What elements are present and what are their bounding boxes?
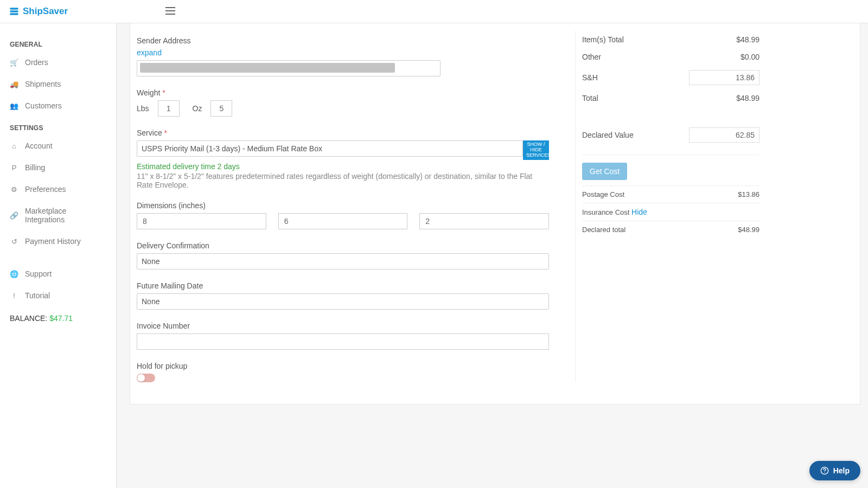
sidebar-item-customers[interactable]: 👥Customers bbox=[0, 95, 116, 117]
users-icon: 👥 bbox=[10, 102, 18, 110]
globe-icon: 🌐 bbox=[10, 270, 18, 278]
oz-label: Oz bbox=[193, 104, 202, 113]
delivery-confirmation-select[interactable]: None bbox=[137, 253, 549, 269]
sidebar-item-payment-history[interactable]: ↺Payment History bbox=[0, 230, 116, 252]
sidebar-item-label: Tutorial bbox=[25, 291, 50, 300]
total-label: Total bbox=[582, 94, 598, 102]
dimensions-label: Dimensions (inches) bbox=[137, 201, 549, 210]
sliders-icon: ⚙ bbox=[10, 185, 18, 194]
total-value: $48.99 bbox=[736, 94, 760, 102]
truck-icon: 🚚 bbox=[10, 80, 18, 88]
other-value: $0.00 bbox=[741, 53, 760, 61]
sidebar-item-label: Customers bbox=[25, 101, 62, 110]
other-label: Other bbox=[582, 53, 601, 61]
summary-panel: Item(s) Total$48.99 Other$0.00 S&H $ Tot… bbox=[575, 31, 760, 382]
sidebar-item-label: Shipments bbox=[25, 80, 61, 88]
link-icon: 🔗 bbox=[10, 211, 18, 220]
sidebar-item-integrations[interactable]: 🔗Marketplace Integrations bbox=[0, 200, 116, 230]
sender-address-label: Sender Address bbox=[137, 36, 549, 45]
sidebar-item-label: Account bbox=[25, 142, 53, 150]
balance-amount: $47.71 bbox=[49, 314, 73, 323]
logo-icon bbox=[9, 6, 20, 17]
sidebar-section-settings: SETTINGS bbox=[0, 121, 116, 135]
history-icon: ↺ bbox=[10, 237, 18, 246]
sidebar-item-preferences[interactable]: ⚙Preferences bbox=[0, 178, 116, 200]
expand-link[interactable]: expand bbox=[137, 48, 162, 57]
logo-text: ShipSaver bbox=[23, 6, 68, 17]
svg-rect-4 bbox=[165, 10, 175, 11]
exclaim-icon: ! bbox=[10, 292, 18, 300]
svg-point-7 bbox=[824, 472, 825, 473]
declared-value-input[interactable] bbox=[689, 127, 760, 143]
sender-address-select-wrap bbox=[137, 60, 441, 76]
dim-width-input[interactable] bbox=[278, 213, 408, 229]
sidebar-section-general: GENERAL bbox=[0, 37, 116, 52]
get-cost-button[interactable]: Get Cost bbox=[582, 163, 627, 180]
balance: BALANCE: $47.71 bbox=[0, 306, 116, 330]
postage-cost-label: Postage Cost bbox=[582, 190, 624, 198]
help-icon bbox=[820, 466, 829, 475]
insurance-hide-link[interactable]: Hide bbox=[631, 208, 647, 216]
declared-total-label: Declared total bbox=[582, 226, 626, 234]
dim-length-input[interactable] bbox=[137, 213, 266, 229]
service-select[interactable]: USPS Priority Mail (1-3 days) - Medium F… bbox=[137, 140, 523, 157]
delivery-estimate: Estimated delivery time 2 days bbox=[137, 162, 549, 171]
declared-total-value: $48.99 bbox=[738, 226, 760, 234]
sidebar-item-tutorial[interactable]: !Tutorial bbox=[0, 285, 116, 306]
topbar: ShipSaver bbox=[0, 0, 868, 23]
toggle-knob bbox=[137, 374, 145, 382]
main: Sender Address expand Weight * Lbs Oz bbox=[117, 23, 868, 488]
sidebar: GENERAL 🛒Orders 🚚Shipments 👥Customers SE… bbox=[0, 23, 117, 488]
delivery-confirmation-label: Delivery Confirmation bbox=[137, 241, 549, 250]
redacted-bar bbox=[140, 63, 395, 73]
service-description: 11" x 8-1/2" x 5-1/2" features predeterm… bbox=[137, 172, 549, 189]
balance-label: BALANCE: bbox=[10, 314, 47, 323]
lbs-input[interactable] bbox=[158, 100, 180, 117]
future-mailing-label: Future Mailing Date bbox=[137, 281, 549, 290]
cart-icon: 🛒 bbox=[10, 59, 18, 67]
sidebar-item-label: Preferences bbox=[25, 185, 66, 194]
weight-label: Weight * bbox=[137, 88, 549, 97]
svg-rect-2 bbox=[10, 13, 18, 15]
svg-rect-1 bbox=[10, 10, 18, 12]
declared-value-label: Declared Value bbox=[582, 131, 634, 139]
sh-label: S&H bbox=[582, 73, 598, 82]
insurance-cost-label: Insurance Cost Hide bbox=[582, 208, 647, 216]
sidebar-item-billing[interactable]: PBilling bbox=[0, 157, 116, 178]
paypal-icon: P bbox=[10, 164, 18, 172]
hold-for-pickup-label: Hold for pickup bbox=[137, 362, 549, 370]
sidebar-item-orders[interactable]: 🛒Orders bbox=[0, 52, 116, 73]
help-label: Help bbox=[833, 466, 850, 475]
home-icon: ⌂ bbox=[10, 142, 18, 150]
lbs-label: Lbs bbox=[137, 104, 149, 113]
sidebar-item-label: Support bbox=[25, 269, 52, 278]
hold-for-pickup-toggle[interactable] bbox=[137, 374, 155, 382]
sidebar-item-label: Orders bbox=[25, 58, 48, 67]
sidebar-item-label: Billing bbox=[25, 163, 45, 172]
hamburger-icon[interactable] bbox=[165, 7, 175, 16]
svg-rect-0 bbox=[10, 8, 18, 9]
dim-height-input[interactable] bbox=[419, 213, 549, 229]
svg-rect-5 bbox=[165, 14, 175, 15]
sidebar-item-label: Marketplace Integrations bbox=[25, 207, 106, 224]
sidebar-item-shipments[interactable]: 🚚Shipments bbox=[0, 73, 116, 95]
postage-cost-value: $13.86 bbox=[738, 190, 760, 198]
show-hide-services-button[interactable]: SHOW / HIDE SERVICES bbox=[523, 140, 549, 160]
sidebar-item-label: Payment History bbox=[25, 237, 81, 246]
oz-input[interactable] bbox=[210, 100, 232, 117]
future-mailing-select[interactable]: None bbox=[137, 293, 549, 310]
sh-input[interactable] bbox=[689, 70, 760, 85]
logo[interactable]: ShipSaver bbox=[9, 6, 68, 17]
items-total-label: Item(s) Total bbox=[582, 35, 624, 44]
invoice-number-label: Invoice Number bbox=[137, 322, 549, 330]
help-button[interactable]: Help bbox=[809, 461, 860, 480]
svg-rect-3 bbox=[165, 7, 175, 8]
items-total-value: $48.99 bbox=[736, 35, 760, 44]
sidebar-item-account[interactable]: ⌂Account bbox=[0, 135, 116, 157]
invoice-number-input[interactable] bbox=[137, 333, 549, 350]
sidebar-item-support[interactable]: 🌐Support bbox=[0, 263, 116, 285]
service-label: Service * bbox=[137, 129, 549, 137]
